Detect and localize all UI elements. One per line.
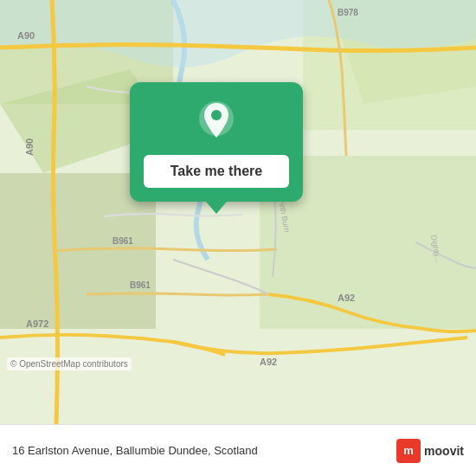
copyright-text: © OpenStreetMap contributors — [7, 357, 132, 370]
b961-label-lower: B961 — [130, 280, 151, 290]
address-text: 16 Earlston Avenue, Ballumbie Dundee, Sc… — [12, 444, 396, 457]
bottom-bar: 16 Earlston Avenue, Ballumbie Dundee, Sc… — [0, 424, 476, 476]
a92-label-right: A92 — [338, 293, 355, 303]
location-popup[interactable]: Take me there — [130, 82, 303, 202]
map-container: A90 A90 B978 B961 B961 A972 A92 A92 Firt… — [0, 0, 476, 424]
b961-label-center: B961 — [113, 236, 133, 246]
take-me-there-button[interactable]: Take me there — [144, 155, 289, 188]
moovit-icon: m — [396, 439, 421, 463]
location-pin-icon — [194, 100, 239, 145]
a972-label: A972 — [26, 318, 48, 329]
a90-label-top: A90 — [17, 30, 35, 41]
svg-point-9 — [211, 110, 222, 120]
b978-label: B978 — [338, 8, 358, 17]
moovit-logo: m moovit — [396, 439, 464, 463]
a90-label-left: A90 — [24, 138, 35, 156]
moovit-brand-name: moovit — [424, 444, 464, 458]
a92-label-lower: A92 — [260, 357, 277, 367]
